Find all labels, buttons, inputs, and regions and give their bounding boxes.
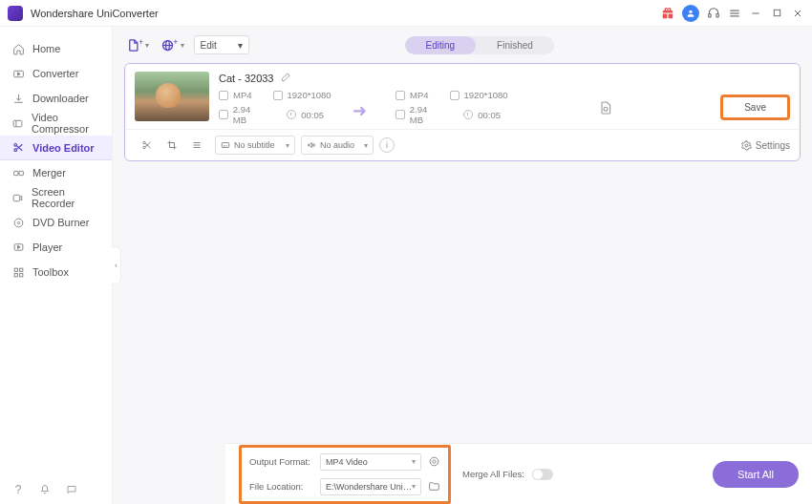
sidebar-item-merger[interactable]: Merger (0, 160, 112, 185)
maximize-icon[interactable] (770, 7, 783, 20)
svg-point-46 (430, 457, 438, 466)
sidebar-label: Downloader (32, 93, 89, 104)
sidebar-label: Merger (32, 167, 66, 178)
size-icon (395, 110, 405, 119)
svg-point-22 (14, 219, 23, 227)
output-settings-icon[interactable] (427, 455, 440, 469)
close-icon[interactable] (791, 7, 804, 20)
user-avatar-icon[interactable] (682, 5, 699, 22)
sidebar-label: Screen Recorder (32, 186, 100, 209)
svg-point-14 (13, 143, 16, 146)
tab-finished[interactable]: Finished (476, 36, 554, 54)
output-format-label: Output Format: (249, 456, 314, 467)
svg-rect-41 (222, 143, 229, 148)
output-format-dropdown[interactable]: MP4 Video▾ (320, 453, 421, 471)
sidebar-item-toolbox[interactable]: Toolbox (0, 260, 112, 284)
duration-icon (287, 110, 296, 119)
file-location-label: File Location: (249, 481, 314, 492)
trim-icon[interactable] (139, 136, 156, 154)
settings-button[interactable]: Settings (741, 140, 790, 151)
notification-icon[interactable] (38, 483, 52, 496)
add-file-button[interactable]: +▾ (124, 36, 151, 54)
headset-icon[interactable] (707, 7, 720, 20)
svg-rect-26 (14, 268, 17, 271)
svg-marker-11 (17, 72, 20, 74)
video-thumbnail[interactable] (135, 72, 209, 121)
sidebar-label: Player (32, 242, 62, 253)
sidebar-label: DVD Burner (32, 217, 89, 228)
open-folder-icon[interactable] (427, 480, 440, 494)
gift-icon[interactable] (661, 7, 674, 20)
svg-point-45 (432, 460, 435, 463)
arrow-icon: ➜ (324, 100, 395, 121)
sidebar-label: Home (32, 43, 60, 54)
sidebar-item-converter[interactable]: Converter (0, 61, 112, 86)
svg-rect-28 (14, 273, 17, 276)
tab-toggle: Editing Finished (405, 36, 554, 54)
menu-icon[interactable] (728, 7, 741, 20)
svg-rect-21 (13, 195, 20, 201)
svg-rect-12 (13, 120, 22, 127)
save-button[interactable]: Save (720, 94, 790, 120)
app-title: Wondershare UniConverter (31, 8, 159, 19)
file-name: Cat - 32033 (219, 73, 273, 84)
svg-point-35 (143, 146, 146, 149)
play-icon (11, 241, 25, 254)
resolution-icon (273, 91, 283, 100)
download-icon (11, 92, 25, 105)
add-url-button[interactable]: +▾ (159, 36, 185, 54)
merge-icon (11, 166, 25, 179)
sidebar-item-player[interactable]: Player (0, 235, 112, 260)
file-location-dropdown[interactable]: E:\Wondershare UniConverter 1▾ (320, 478, 421, 495)
app-logo-icon (8, 6, 23, 21)
resolution-icon (450, 91, 459, 100)
rename-icon[interactable] (281, 72, 291, 84)
toolbox-icon (11, 265, 25, 279)
scissors-icon (11, 141, 25, 155)
format-icon (395, 91, 405, 100)
duration-icon (463, 110, 473, 119)
preset-icon[interactable] (598, 100, 613, 116)
sidebar-item-recorder[interactable]: Screen Recorder (0, 185, 112, 210)
merge-label: Merge All Files: (462, 469, 524, 479)
record-icon (11, 191, 24, 204)
audio-dropdown[interactable]: No audio▾ (301, 136, 374, 155)
sidebar-item-dvd[interactable]: DVD Burner (0, 210, 112, 235)
svg-point-15 (13, 149, 16, 152)
crop-icon[interactable] (163, 136, 181, 154)
start-all-button[interactable]: Start All (713, 461, 799, 488)
sidebar-item-home[interactable]: Home (0, 36, 112, 61)
titlebar: Wondershare UniConverter (0, 0, 812, 27)
svg-rect-29 (19, 273, 22, 276)
sidebar-label: Converter (32, 68, 78, 79)
svg-point-33 (604, 107, 608, 111)
sidebar: Home Converter Downloader Video Compress… (0, 27, 113, 504)
effects-icon[interactable] (188, 136, 205, 154)
sidebar-label: Video Compressor (32, 112, 100, 135)
edit-dropdown[interactable]: Edit▾ (194, 35, 249, 54)
merge-toggle[interactable] (532, 469, 553, 480)
home-icon (11, 42, 25, 55)
compress-icon (11, 116, 24, 130)
toolbar: +▾ +▾ Edit▾ Editing Finished (113, 27, 812, 63)
sidebar-item-downloader[interactable]: Downloader (0, 86, 112, 111)
svg-point-0 (689, 10, 692, 12)
sidebar-collapse-handle[interactable]: ‹ (112, 246, 121, 284)
svg-rect-18 (13, 171, 17, 175)
svg-point-34 (143, 141, 146, 144)
help-icon[interactable]: ? (11, 483, 25, 496)
svg-rect-7 (774, 10, 780, 15)
minimize-icon[interactable] (749, 7, 762, 20)
svg-rect-2 (716, 13, 718, 16)
sidebar-label: Toolbox (32, 266, 69, 278)
svg-rect-1 (709, 13, 711, 16)
sidebar-item-compressor[interactable]: Video Compressor (0, 111, 112, 136)
svg-point-23 (17, 221, 19, 223)
sidebar-item-video-editor[interactable]: Video Editor (0, 136, 112, 160)
subtitle-dropdown[interactable]: No subtitle▾ (215, 136, 295, 155)
converter-icon (11, 67, 25, 80)
info-icon[interactable]: i (379, 137, 395, 153)
tab-editing[interactable]: Editing (405, 36, 477, 54)
svg-rect-27 (19, 268, 22, 271)
feedback-icon[interactable] (65, 483, 78, 496)
